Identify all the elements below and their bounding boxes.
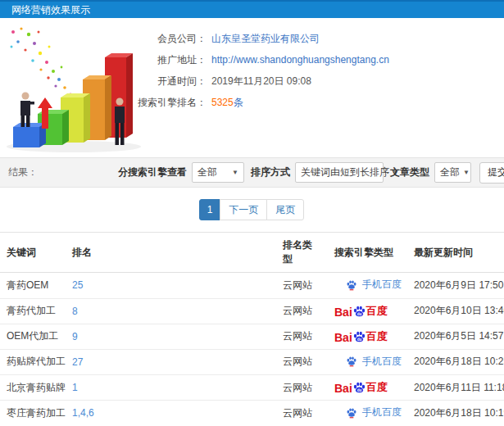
table-row: 药贴牌代加工 27 云网站 手机百度 2020年6月18日 10:25	[0, 349, 504, 375]
result-label: 结果：	[8, 165, 38, 179]
info-row-url: 推广地址：http://www.shandonghuangshengtang.c…	[125, 49, 389, 70]
col-keyword: 关键词	[0, 233, 66, 273]
engine-filter-select[interactable]: 全部 ▼	[192, 162, 244, 183]
rank-link[interactable]: 9	[72, 331, 78, 342]
rank-link[interactable]: 1	[72, 382, 78, 393]
svg-text:du: du	[356, 337, 361, 341]
rank-type-cell: 云网站	[276, 401, 328, 426]
table-row: OEM代加工 9 云网站 Bai du 百度 2020年6月5日 14:57	[0, 324, 504, 349]
table-row: 膏药代加工 8 云网站 Bai du 百度 2020年6月10日 13:40	[0, 298, 504, 324]
mobile-baidu-logo: 手机百度	[346, 406, 402, 419]
company-link[interactable]: 山东皇圣堂药业有限公司	[211, 33, 320, 44]
info-row-opened: 开通时间：2019年11月20日 09:08	[125, 70, 389, 92]
keyword-cell: 北京膏药贴牌	[0, 375, 66, 401]
keyword-cell: 药贴牌代加工	[0, 349, 66, 375]
rank-count-unit[interactable]: 条	[234, 97, 243, 108]
baidu-paw-icon	[346, 356, 357, 367]
engine-type-cell: 手机百度	[328, 401, 407, 426]
keyword-cell: 枣庄膏药加工	[0, 401, 66, 426]
rank-type-cell: 云网站	[276, 324, 328, 349]
updated-time-cell: 2020年6月9日 17:50	[407, 273, 504, 299]
results-table: 关键词 排名 排名类型 搜索引擎类型 最新更新时间 膏药OEM 25 云网站 手…	[0, 232, 504, 426]
page-header: 网络营销效果展示	[0, 0, 504, 18]
baidu-pc-logo: Bai du 百度	[334, 329, 388, 344]
info-row-company: 会员公司：山东皇圣堂药业有限公司	[125, 28, 389, 49]
filter-bar: 结果： 分搜索引擎查看 全部 ▼ 排序方式 关键词由短到长排序 ▼ 文章类型 全…	[0, 157, 504, 188]
engine-type-cell: Bai du 百度	[328, 298, 407, 324]
keyword-cell: 膏药OEM	[0, 273, 66, 299]
rank-count-value: 5325	[211, 97, 234, 108]
results-table-body: 膏药OEM 25 云网站 手机百度 2020年6月9日 17:50 膏药代加工 …	[0, 273, 504, 426]
updated-time-cell: 2020年6月18日 10:19	[407, 401, 504, 426]
rank-cell: 1	[66, 375, 276, 401]
chevron-down-icon: ▼	[463, 169, 470, 176]
keyword-cell: 膏药代加工	[0, 298, 66, 324]
updated-time-cell: 2020年6月11日 11:18	[407, 375, 504, 401]
rank-cell: 8	[66, 298, 276, 324]
rank-type-cell: 云网站	[276, 375, 328, 401]
opened-time-value: 2019年11月20日 09:08	[211, 75, 311, 87]
page-1-button[interactable]: 1	[199, 199, 221, 220]
company-label: 会员公司：	[125, 28, 207, 49]
svg-text:du: du	[356, 311, 361, 315]
table-row: 枣庄膏药加工 1,4,6 云网站 手机百度 2020年6月18日 10:19	[0, 401, 504, 426]
mobile-baidu-logo: 手机百度	[346, 355, 402, 369]
rank-link[interactable]: 1,4,6	[72, 407, 94, 419]
member-info-list: 会员公司：山东皇圣堂药业有限公司 推广地址：http://www.shandon…	[125, 28, 389, 113]
table-row: 膏药OEM 25 云网站 手机百度 2020年6月9日 17:50	[0, 273, 504, 299]
businessman-left	[20, 93, 34, 128]
table-row: 北京膏药贴牌 1 云网站 Bai du 百度 2020年6月11日 11:18	[0, 375, 504, 401]
engine-filter-value: 全部	[198, 165, 217, 179]
col-rank-type: 排名类型	[276, 233, 328, 273]
promotion-url-link[interactable]: http://www.shandonghuangshengtang.cn	[211, 54, 389, 66]
sort-filter-value: 关键词由短到长排序	[301, 165, 389, 179]
col-updated: 最新更新时间	[407, 233, 504, 273]
col-rank: 排名	[66, 233, 276, 273]
baidu-paw-icon: du	[352, 305, 366, 319]
submit-button[interactable]: 提交	[479, 162, 504, 184]
opened-time-label: 开通时间：	[125, 70, 207, 92]
baidu-pc-logo: Bai du 百度	[334, 380, 388, 395]
engine-type-cell: 手机百度	[328, 273, 407, 299]
sort-filter-label: 排序方式	[251, 165, 290, 179]
baidu-paw-icon: du	[352, 330, 366, 344]
last-page-button[interactable]: 尾页	[266, 199, 304, 220]
promotion-url-label: 推广地址：	[125, 49, 207, 70]
rank-cell: 1,4,6	[66, 401, 276, 426]
rank-link[interactable]: 25	[72, 279, 83, 291]
engine-rank-label: 搜索引擎排名：	[125, 92, 207, 113]
rank-link[interactable]: 27	[72, 356, 83, 368]
page-title: 网络营销效果展示	[11, 4, 90, 16]
confetti-dots	[11, 27, 72, 95]
baidu-pc-logo: Bai du 百度	[334, 304, 388, 319]
summary-section: 会员公司：山东皇圣堂药业有限公司 推广地址：http://www.shandon…	[0, 18, 504, 157]
updated-time-cell: 2020年6月5日 14:57	[407, 324, 504, 349]
pagination: 1 下一页 尾页	[0, 199, 504, 220]
baidu-paw-icon	[346, 279, 357, 291]
baidu-paw-icon	[346, 407, 357, 419]
table-header-row: 关键词 排名 排名类型 搜索引擎类型 最新更新时间	[0, 233, 504, 273]
article-type-select[interactable]: 全部 ▼	[434, 162, 471, 183]
svg-text:du: du	[356, 388, 361, 392]
engine-type-cell: 手机百度	[328, 349, 407, 375]
col-engine-type: 搜索引擎类型	[328, 233, 407, 273]
engine-type-cell: Bai du 百度	[328, 324, 407, 349]
info-row-rank-count: 搜索引擎排名：5325条	[125, 92, 389, 113]
next-page-button[interactable]: 下一页	[220, 199, 267, 220]
article-type-value: 全部	[440, 165, 460, 179]
rank-cell: 25	[66, 273, 276, 299]
rank-cell: 9	[66, 324, 276, 349]
rank-type-cell: 云网站	[276, 298, 328, 324]
rank-type-cell: 云网站	[276, 273, 328, 299]
baidu-paw-icon: du	[352, 381, 366, 395]
engine-type-cell: Bai du 百度	[328, 375, 407, 401]
rank-cell: 27	[66, 349, 276, 375]
keyword-cell: OEM代加工	[0, 324, 66, 349]
rank-link[interactable]: 8	[72, 306, 78, 317]
rank-type-cell: 云网站	[276, 349, 328, 375]
updated-time-cell: 2020年6月10日 13:40	[407, 298, 504, 324]
sort-filter-select[interactable]: 关键词由短到长排序 ▼	[295, 162, 384, 183]
chevron-down-icon: ▼	[232, 169, 238, 176]
updated-time-cell: 2020年6月18日 10:25	[407, 349, 504, 375]
engine-filter-label: 分搜索引擎查看	[118, 165, 187, 179]
